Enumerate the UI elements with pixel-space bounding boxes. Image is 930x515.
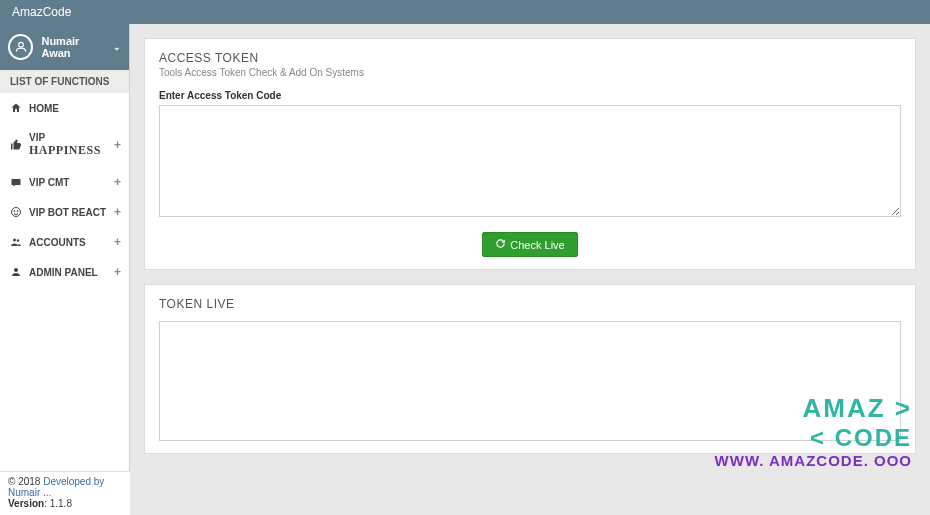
- expand-icon: +: [114, 138, 121, 152]
- sidebar-item-accounts[interactable]: ACCOUNTS +: [0, 227, 129, 257]
- check-live-button[interactable]: Check Live: [482, 232, 577, 257]
- sidebar-item-label: ADMIN PANEL: [29, 267, 98, 278]
- card-title: ACCESS TOKEN: [159, 51, 901, 65]
- field-label: Enter Access Token Code: [159, 90, 901, 101]
- chevron-down-icon: ⌄: [113, 42, 121, 52]
- sidebar-item-vip-cmt[interactable]: VIP CMT +: [0, 167, 129, 197]
- button-label: Check Live: [510, 239, 564, 251]
- brand-title: AmazCode: [12, 5, 71, 19]
- sidebar-item-vip-happiness[interactable]: VIP HAPPINESS +: [0, 123, 129, 167]
- svg-point-0: [18, 42, 23, 47]
- top-bar: AmazCode: [0, 0, 930, 24]
- token-live-output: [159, 321, 901, 441]
- expand-icon: +: [114, 265, 121, 279]
- footer: © 2018 Developed by Numair ... Version: …: [0, 471, 130, 515]
- sidebar-item-label: VIP BOT REACT: [29, 207, 106, 218]
- card-title: TOKEN LIVE: [159, 297, 901, 311]
- svg-point-6: [14, 268, 18, 272]
- svg-point-1: [12, 208, 21, 217]
- user-name: Numair Awan: [41, 35, 109, 59]
- user-box[interactable]: Numair Awan ⌄: [0, 24, 129, 70]
- sidebar-item-label: VIP CMT: [29, 177, 69, 188]
- copyright-prefix: © 2018: [8, 476, 43, 487]
- svg-point-4: [13, 239, 16, 242]
- token-live-card: TOKEN LIVE: [144, 284, 916, 454]
- version-label: Version: [8, 498, 44, 509]
- sidebar: Numair Awan ⌄ LIST OF FUNCTIONS HOME VIP…: [0, 24, 130, 483]
- svg-point-5: [17, 239, 20, 242]
- users-icon: [10, 236, 22, 248]
- home-icon: [10, 102, 22, 114]
- refresh-icon: [495, 238, 506, 251]
- sidebar-item-label-happiness: HAPPINESS: [29, 143, 101, 157]
- sidebar-item-label-vip: VIP: [29, 132, 45, 143]
- expand-icon: +: [114, 175, 121, 189]
- sidebar-header: LIST OF FUNCTIONS: [0, 70, 129, 93]
- sidebar-item-label: HOME: [29, 103, 59, 114]
- sidebar-item-admin-panel[interactable]: ADMIN PANEL +: [0, 257, 129, 287]
- svg-point-3: [17, 211, 18, 212]
- expand-icon: +: [114, 235, 121, 249]
- sidebar-item-home[interactable]: HOME: [0, 93, 129, 123]
- comment-icon: [10, 176, 22, 188]
- sidebar-item-label: ACCOUNTS: [29, 237, 86, 248]
- expand-icon: +: [114, 205, 121, 219]
- main-content: ACCESS TOKEN Tools Access Token Check & …: [130, 24, 930, 483]
- smile-icon: [10, 206, 22, 218]
- sidebar-item-vip-bot-react[interactable]: VIP BOT REACT +: [0, 197, 129, 227]
- access-token-input[interactable]: [159, 105, 901, 217]
- admin-icon: [10, 266, 22, 278]
- avatar: [8, 34, 33, 60]
- thumbs-up-icon: [10, 139, 22, 151]
- version-value: : 1.1.8: [44, 498, 72, 509]
- svg-point-2: [14, 211, 15, 212]
- access-token-card: ACCESS TOKEN Tools Access Token Check & …: [144, 38, 916, 270]
- card-subtitle: Tools Access Token Check & Add On System…: [159, 67, 901, 78]
